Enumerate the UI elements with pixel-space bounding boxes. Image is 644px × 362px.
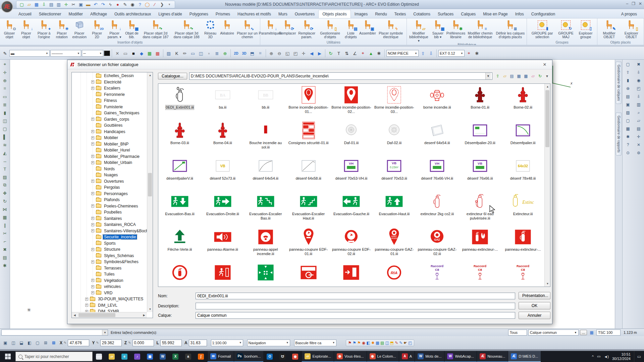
tree-item-echelles-dessin[interactable]: Echelles_Dessin: [72, 73, 147, 79]
cut-icon[interactable]: ✂: [70, 1, 77, 8]
taskbar-window-a[interactable]: AA: [399, 351, 415, 362]
presentation-button[interactable]: Présentation...: [519, 292, 550, 299]
tree-item-securite-incendie[interactable]: Securite_incendie: [72, 234, 147, 240]
paint-bucket-icon[interactable]: ◆: [138, 50, 145, 57]
tree-expander-icon[interactable]: +: [91, 180, 94, 183]
scroll-up-icon[interactable]: ▲: [147, 72, 153, 78]
walk-blue-icon[interactable]: ⚑: [353, 341, 356, 345]
taskbar-icon-word[interactable]: W: [156, 351, 169, 362]
catalog-item-d-senf-64x58-iii[interactable]: désenf 64x58.iii: [287, 156, 330, 191]
tree-horizontal-scrollbar[interactable]: ◀ ▶: [72, 312, 147, 318]
taskbar-clock[interactable]: 10:5130/12/2024: [612, 352, 631, 361]
tree-item-gaines-techniques[interactable]: Gaines_Techniques: [72, 110, 147, 116]
rectangle-icon[interactable]: ▭: [189, 50, 197, 57]
catalog-item-panneau-coupure-gaz-01-iii[interactable]: ARRÊTD'URGENCEpanneau-coupure GAZ-01.iii: [373, 227, 416, 262]
tree-item-nords[interactable]: Nords: [72, 166, 147, 172]
tree-item-escaliers[interactable]: +Escaliers: [72, 85, 147, 92]
panel-icon[interactable]: ◰: [408, 341, 412, 345]
taskbar-window-le-colom-[interactable]: ◉Le Colom...: [367, 351, 399, 362]
grid-scroll-down-icon[interactable]: ▼: [545, 281, 550, 287]
catalog-item-borne-03-iii[interactable]: Borne-03.iii: [158, 120, 201, 156]
fill-color-icon[interactable]: ■: [130, 50, 137, 57]
layer-check-icon[interactable]: ▦: [588, 329, 595, 336]
marker-icon[interactable]: ✕: [114, 50, 121, 57]
catalog-item-daf-02-iii[interactable]: Daf-02.iii: [373, 120, 416, 156]
tab-gestionnaire-calques[interactable]: Gestionnaire de calques: [616, 62, 622, 104]
catalog-item-panneau-coupure-edf-01-iii[interactable]: panneau-coupure EDF-01.iii: [287, 227, 330, 262]
open-file-icon[interactable]: ▱: [26, 1, 33, 8]
tree-item-sports[interactable]: Sports: [72, 240, 147, 247]
coord-l-value[interactable]: 55.992: [160, 340, 182, 346]
exit-icon[interactable]: ❯: [159, 1, 165, 8]
menu-tab-configuration[interactable]: Configuration: [528, 10, 559, 18]
catalog-item-d-senf-52x73-iii[interactable]: VBdésenf 52x73.iii: [201, 156, 244, 191]
window-obj-icon[interactable]: ▢: [1, 125, 9, 133]
catalog-item-panneau-extincteur-[interactable]: panneau-extincteur-...: [501, 227, 544, 262]
tree-item-3d-pour-maquettes[interactable]: +3D-POUR_MAQUETTES: [72, 296, 147, 302]
text-vertical-icon[interactable]: ⇅: [343, 50, 351, 57]
palette-icon[interactable]: ▦: [146, 50, 153, 57]
layer-new-icon[interactable]: ▢: [624, 61, 632, 68]
ribbon-button-remplacer-param-[interactable]: ⟳Remplacer param.: [296, 19, 318, 40]
catalog-item-d-senf-76x66-iii[interactable]: VBdésenf 76x66.iii: [459, 156, 501, 191]
tray-volume-icon[interactable]: ◄): [604, 355, 609, 359]
ribbon-button-placer-extrusion[interactable]: Placer extrusion: [70, 19, 89, 40]
ribbon-button-param-triques[interactable]: ↓Paramétriques: [261, 19, 279, 40]
target-icon[interactable]: ⌖: [359, 50, 367, 57]
tree-expander-icon[interactable]: +: [91, 229, 94, 232]
menu-tab-murs[interactable]: Murs: [275, 10, 291, 18]
catalog-item-d-senf-70x53-vh-iii[interactable]: VHdésenf 70x53-VH.iii: [330, 156, 373, 191]
menu-tab-hachures-et-motifs[interactable]: Hachures et motifs: [234, 10, 275, 18]
taskbar-icon-chrome[interactable]: ◉: [289, 351, 302, 362]
snap-grid-icon[interactable]: ▫: [205, 50, 213, 57]
taskbar-app-foxmail[interactable]: ✉Foxmail: [207, 351, 234, 362]
menu-tab-calques[interactable]: Calques: [457, 10, 479, 18]
hatch-icon[interactable]: ▨: [165, 50, 172, 57]
tree-item-goutti-res[interactable]: Gouttières: [72, 122, 147, 129]
k-style-icon[interactable]: K: [173, 50, 180, 57]
sun-icon[interactable]: ✸: [371, 341, 375, 345]
coord-y-value[interactable]: 29.362: [100, 340, 122, 346]
tree-vertical-scrollbar[interactable]: ▲ ▼: [147, 72, 153, 312]
stairs-icon[interactable]: ≋: [1, 141, 9, 149]
taskbar-window-webacap-[interactable]: WWebAcap...: [444, 351, 477, 362]
tree-item-fitness[interactable]: Fitness: [72, 98, 147, 104]
nom-input[interactable]: [196, 293, 515, 299]
ribbon-button-pr-f-rences-librairie[interactable]: ✱Préférences librairie: [446, 19, 465, 43]
ribbon-button-placer-symbole-lectrique[interactable]: ϟPlacer symbole électrique: [376, 19, 406, 40]
link-icon[interactable]: ⊕: [221, 50, 229, 57]
ribbon-button-placer-param-[interactable]: ↓Placer param. ▾: [105, 19, 123, 40]
tree-item-v-g-tation[interactable]: +Végétation: [72, 278, 147, 284]
tree-expander-icon[interactable]: +: [91, 217, 94, 220]
taskbar-window-vous-tes-[interactable]: ◉Vous êtes...: [334, 351, 366, 362]
ext-combo[interactable]: EXT 0.12▼: [438, 50, 465, 57]
menu-tab-prismes[interactable]: Prismes: [212, 10, 234, 18]
catalog-item-45[interactable]: [158, 262, 201, 287]
filter-tous-box[interactable]: Tous: [508, 329, 527, 336]
redo-icon[interactable]: ↷: [100, 1, 106, 8]
layer-more-button[interactable]: ...: [580, 330, 587, 335]
refresh-view-icon[interactable]: ↻: [327, 50, 334, 57]
calque-input[interactable]: [196, 312, 515, 319]
catalog-item-borne-incendie-position-01-[interactable]: Borne incendie-position-01...: [287, 84, 330, 120]
catalog-item-desenf-64x54-iii[interactable]: desenf 64x54.iii: [416, 120, 459, 156]
ribbon-button-d-finir-les-calques-d-objets-plac-s[interactable]: ≣Définir les calques d'objets placés: [495, 19, 526, 43]
box-3d-icon[interactable]: ⬒: [249, 50, 256, 57]
taskbar-icon-edge[interactable]: e: [118, 351, 131, 362]
region-icon[interactable]: ⌗: [257, 50, 264, 57]
catalog-item-extincteur-2kg-co2-iii[interactable]: extincteur 2kg co2.iii: [416, 191, 459, 227]
command-input-combo[interactable]: ▼: [1, 329, 108, 336]
window-close-icon[interactable]: ▢: [34, 340, 41, 346]
group-b-icon[interactable]: ▥: [635, 101, 643, 108]
taskbar-icon-task-view[interactable]: ▭▭: [93, 351, 105, 362]
tree-expander-icon[interactable]: +: [91, 142, 94, 145]
taskbar-icon-outlook[interactable]: O: [263, 351, 276, 362]
catalog-item-d-senf-64x54-iii[interactable]: désenf 64x54.iii: [244, 156, 287, 191]
catalog-item-evacuation-gauche-iii[interactable]: Evacuation-Gauche.iii: [330, 191, 373, 227]
coord-a-value[interactable]: 31.63: [189, 340, 207, 346]
wall-icon[interactable]: ▮: [1, 109, 9, 117]
offset-icon[interactable]: ∥: [1, 221, 9, 229]
grid-icon[interactable]: ⌗: [1, 84, 9, 93]
ribbon-button-exploser-objet[interactable]: ▯Exploser OBJET: [620, 19, 643, 40]
pin-b-icon[interactable]: ⊚: [635, 149, 643, 157]
